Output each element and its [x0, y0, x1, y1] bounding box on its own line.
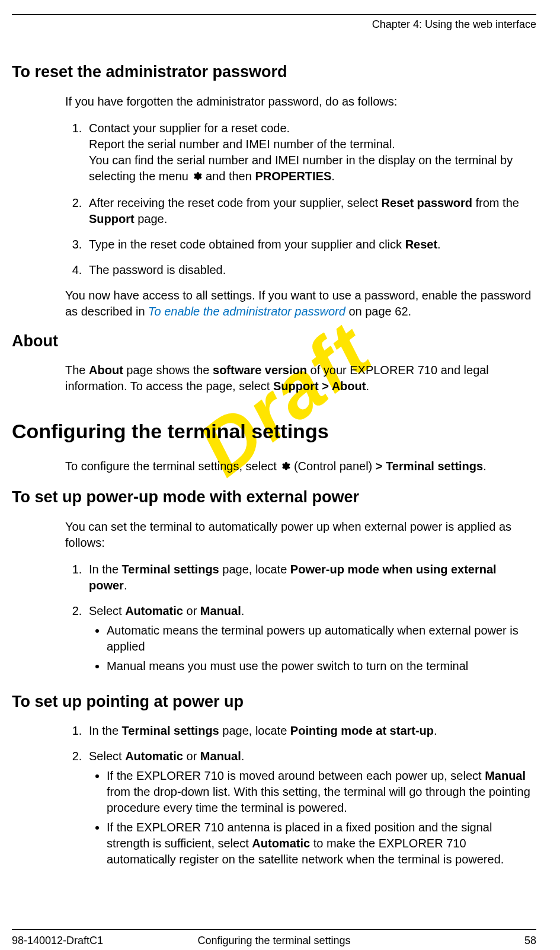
footer-section-title: Configuring the terminal settings: [12, 933, 536, 948]
about-text: The About page shows the software versio…: [65, 362, 536, 394]
step1-line1: Contact your supplier for a reset code.: [89, 122, 290, 135]
step1-line3-mid: and then: [202, 170, 255, 183]
heading-reset-password: To reset the administrator password: [12, 61, 536, 82]
configure-text: To configure the terminal settings, sele…: [65, 458, 536, 476]
properties-label: PROPERTIES: [255, 170, 331, 183]
gear-icon: [280, 460, 290, 476]
pointing-step1: In the Terminal settings page, locate Po…: [85, 723, 536, 739]
reset-label: Reset: [405, 238, 437, 251]
heading-about: About: [12, 330, 536, 352]
enable-admin-password-link[interactable]: To enable the administrator password: [148, 305, 345, 318]
heading-pointing: To set up pointing at power up: [12, 691, 536, 712]
intro-text: If you have forgotten the administrator …: [65, 94, 536, 110]
pointing-bullet-manual: If the EXPLORER 710 is moved around betw…: [107, 768, 536, 816]
reset-password-label: Reset password: [382, 196, 472, 209]
step1-line3-end: .: [331, 170, 335, 183]
gear-icon: [191, 170, 202, 186]
pointing-bullet-auto: If the EXPLORER 710 antenna is placed in…: [107, 820, 536, 868]
support-label: Support: [89, 212, 135, 225]
running-header: Chapter 4: Using the web interface: [12, 17, 536, 31]
powerup-step1: In the Terminal settings page, locate Po…: [85, 562, 536, 594]
step-3: Type in the reset code obtained from you…: [85, 237, 536, 253]
outro-text: You now have access to all settings. If …: [65, 288, 536, 320]
powerup-intro: You can set the terminal to automaticall…: [65, 519, 536, 551]
step-2: After receiving the reset code from your…: [85, 195, 536, 227]
step-1: Contact your supplier for a reset code. …: [85, 120, 536, 186]
heading-powerup: To set up power-up mode with external po…: [12, 486, 536, 508]
step1-line2: Report the serial number and IMEI number…: [89, 138, 395, 151]
step-4: The password is disabled.: [85, 262, 536, 278]
heading-configuring: Configuring the terminal settings: [12, 418, 536, 445]
pointing-step2: Select Automatic or Manual. If the EXPLO…: [85, 748, 536, 868]
powerup-bullet-auto: Automatic means the terminal powers up a…: [107, 623, 536, 655]
powerup-step2: Select Automatic or Manual. Automatic me…: [85, 603, 536, 674]
powerup-bullet-manual: Manual means you must use the power swit…: [107, 658, 536, 674]
